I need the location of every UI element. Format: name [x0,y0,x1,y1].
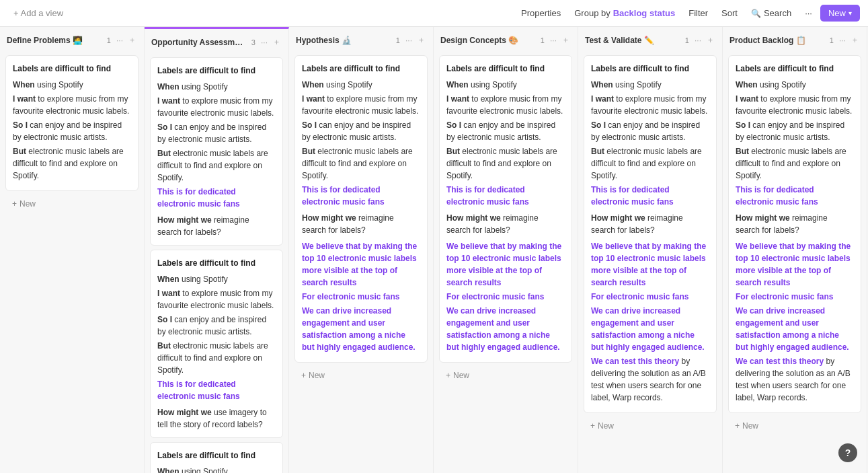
card-this-is-for-opportunity-0: This is for dedicated electronic music f… [157,186,276,210]
column-define: Define Problems 🧑‍💻1···+Labels are diffi… [0,27,145,473]
card-so-hypothesis-0: So I can enjoy and be inspired by electr… [302,119,420,143]
column-test: Test & Validate ✏️1···+Labels are diffic… [578,27,723,473]
add-new-row-test[interactable]: + New [585,417,715,435]
column-opportunity: Opportunity Assessment 🏆3···+Labels are … [145,27,289,473]
card-we-can-design-0: We can drive increased engagement and us… [446,305,565,353]
column-backlog: Product Backlog 📋1···+Labels are difficu… [723,27,867,473]
column-actions-define: ···+ [114,34,137,46]
column-menu-button-backlog[interactable]: ··· [836,34,849,46]
column-count-test: 1 [685,36,689,44]
column-add-button-hypothesis[interactable]: + [416,34,426,46]
card-when-opportunity-2: When using Spotify [157,466,276,473]
add-new-row-design[interactable]: + New [440,367,571,384]
column-header-define: Define Problems 🧑‍💻1···+ [0,27,144,52]
board-container: Define Problems 🧑‍💻1···+Labels are diffi… [0,27,868,473]
new-label: New [828,8,846,18]
card-but-design-0: But electronic music labels are difficul… [446,145,565,182]
help-button[interactable]: ? [838,443,857,462]
column-count-design: 1 [541,36,545,44]
column-menu-button-opportunity[interactable]: ··· [258,36,270,48]
add-new-row-define[interactable]: + New [7,195,137,213]
column-header-test: Test & Validate ✏️1···+ [578,27,722,52]
card-when-opportunity-0: When using Spotify [157,81,276,93]
card-this-is-for-hypothesis-0: This is for dedicated electronic music f… [302,184,420,208]
add-new-row-hypothesis[interactable]: + New [296,367,426,384]
card-for-test-0: For electronic music fans [591,291,709,303]
card-but-opportunity-1: But electronic music labels are difficul… [157,340,276,376]
properties-button[interactable]: Properties [516,5,566,21]
card-opportunity-2[interactable]: Labels are difficult to findWhen using S… [150,442,283,473]
card-but-hypothesis-0: But electronic music labels are difficul… [302,145,420,182]
column-add-button-test[interactable]: + [705,34,715,46]
card-so-design-0: So I can enjoy and be inspired by electr… [446,119,565,143]
card-so-test-0: So I can enjoy and be inspired by electr… [591,119,709,143]
filter-button[interactable]: Filter [683,5,713,21]
card-we-can-test-test-0: We can test this theory by delivering th… [591,355,709,404]
card-opportunity-0[interactable]: Labels are difficult to findWhen using S… [150,57,283,246]
search-label: Search [764,8,791,18]
column-count-backlog: 1 [830,36,834,44]
column-add-button-backlog[interactable]: + [850,34,860,46]
card-we-believe-hypothesis-0: We believe that by making the top 10 ele… [302,240,420,289]
column-count-opportunity: 3 [251,38,255,46]
card-this-is-for-test-0: This is for dedicated electronic music f… [591,184,709,208]
toolbar-right: Properties Group by Backlog status Filte… [516,5,860,22]
plus-icon-backlog: + [735,421,740,431]
column-actions-hypothesis: ···+ [403,34,426,46]
card-design-0[interactable]: Labels are difficult to findWhen using S… [439,55,572,363]
new-button[interactable]: New ▾ [820,5,860,22]
card-title-backlog-0: Labels are difficult to find [736,63,854,75]
column-title-backlog: Product Backlog 📋 [729,36,826,45]
card-want-hypothesis-0: I want to explore music from my favourit… [302,93,420,117]
card-define-0[interactable]: Labels are difficult to findWhen using S… [5,55,139,191]
column-menu-button-hypothesis[interactable]: ··· [403,34,415,46]
cards-container-test: Labels are difficult to findWhen using S… [578,52,722,473]
search-button[interactable]: 🔍 Search [746,5,797,21]
card-this-is-for-opportunity-1: This is for dedicated electronic music f… [157,378,276,402]
card-hypothesis-0[interactable]: Labels are difficult to findWhen using S… [294,55,428,363]
add-new-row-backlog[interactable]: + New [729,417,860,435]
card-title-opportunity-0: Labels are difficult to find [157,65,276,77]
card-hmw-opportunity-1: How might we use imagery to tell the sto… [157,406,276,431]
card-test-0[interactable]: Labels are difficult to findWhen using S… [584,55,717,413]
card-we-can-test-backlog-0: We can test this theory by delivering th… [736,355,854,404]
card-want-design-0: I want to explore music from my favourit… [446,93,565,117]
new-chevron-icon: ▾ [849,9,852,17]
column-count-define: 1 [107,36,111,44]
column-add-button-opportunity[interactable]: + [272,36,282,48]
card-want-opportunity-0: I want to explore music from my favourit… [157,95,276,119]
sort-button[interactable]: Sort [716,5,743,21]
card-hmw-test-0: How might we reimagine search for labels… [591,212,709,236]
card-want-test-0: I want to explore music from my favourit… [591,93,709,117]
more-button[interactable]: ··· [799,5,818,21]
card-we-can-backlog-0: We can drive increased engagement and us… [736,305,854,353]
column-actions-test: ···+ [692,34,715,46]
column-actions-backlog: ···+ [836,34,860,46]
group-by-button[interactable]: Group by Backlog status [569,5,680,21]
column-add-button-define[interactable]: + [127,34,137,46]
column-menu-button-define[interactable]: ··· [114,34,126,46]
card-when-define-0: When using Spotify [13,79,131,91]
card-hmw-backlog-0: How might we reimagine search for labels… [736,212,854,236]
card-title-test-0: Labels are difficult to find [591,63,709,75]
column-add-button-design[interactable]: + [561,34,571,46]
add-view-button[interactable]: + Add a view [8,5,69,21]
card-but-test-0: But electronic music labels are difficul… [591,145,709,182]
plus-icon-test: + [590,421,595,431]
column-menu-button-design[interactable]: ··· [547,34,559,46]
card-opportunity-1[interactable]: Labels are difficult to findWhen using S… [150,250,283,438]
toolbar: + Add a view Properties Group by Backlog… [0,0,868,27]
card-backlog-0[interactable]: Labels are difficult to findWhen using S… [728,55,861,413]
card-so-backlog-0: So I can enjoy and be inspired by electr… [736,119,854,143]
card-when-hypothesis-0: When using Spotify [302,79,420,91]
cards-container-hypothesis: Labels are difficult to findWhen using S… [289,52,433,473]
card-hmw-opportunity-0: How might we reimagine search for labels… [157,214,276,238]
card-title-opportunity-1: Labels are difficult to find [157,257,276,269]
plus-icon-define: + [12,199,17,209]
column-menu-button-test[interactable]: ··· [692,34,704,46]
card-for-backlog-0: For electronic music fans [736,291,854,303]
card-we-believe-backlog-0: We believe that by making the top 10 ele… [736,240,854,289]
cards-container-design: Labels are difficult to findWhen using S… [434,52,578,473]
column-actions-opportunity: ···+ [258,36,282,48]
cards-container-define: Labels are difficult to findWhen using S… [0,52,144,473]
